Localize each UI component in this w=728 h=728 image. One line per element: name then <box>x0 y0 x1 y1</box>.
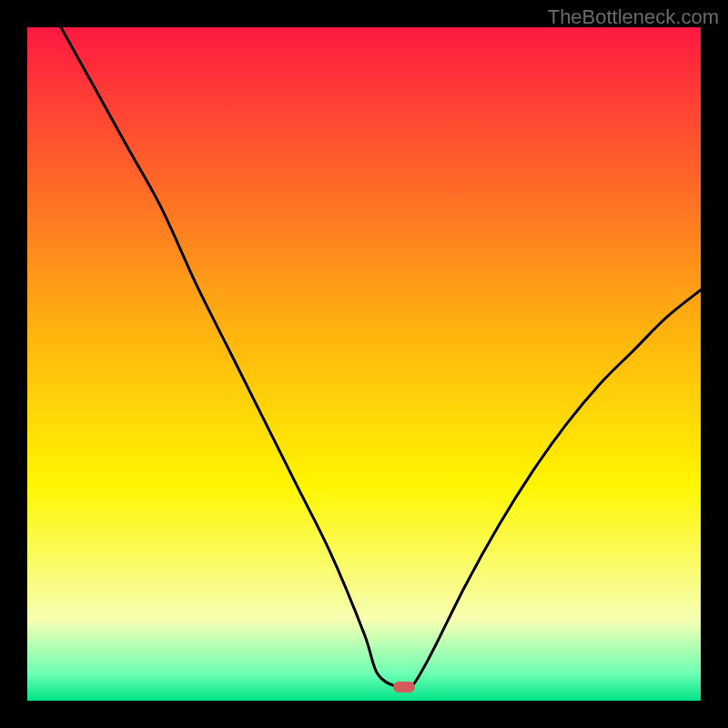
watermark-text: TheBottleneck.com <box>548 5 719 29</box>
optimal-config-marker <box>393 682 415 693</box>
svg-rect-0 <box>27 27 701 701</box>
chart-background <box>27 27 701 701</box>
